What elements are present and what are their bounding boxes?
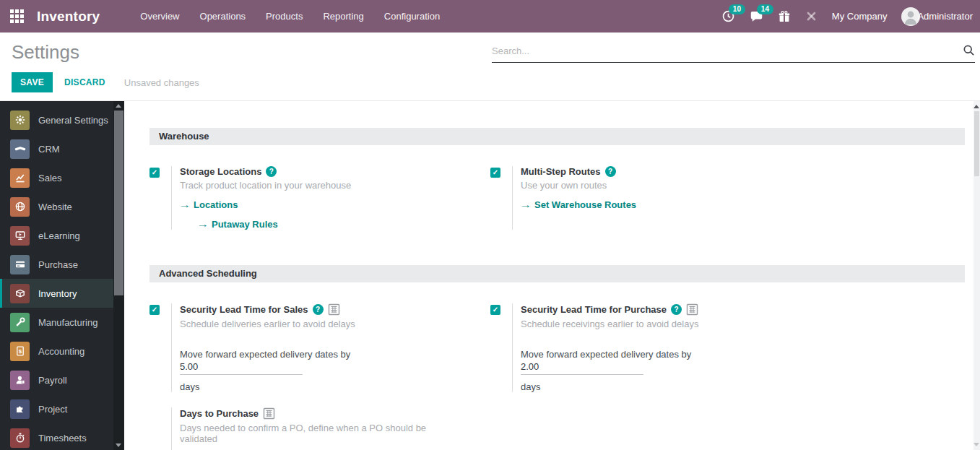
setting-description: Schedule deliveries earlier to avoid del…	[180, 319, 466, 329]
sidebar-item-general-settings[interactable]: General Settings	[0, 105, 113, 134]
help-icon[interactable]: ?	[266, 166, 277, 177]
security-sales-checkbox[interactable]	[149, 305, 160, 315]
help-icon[interactable]: ?	[605, 166, 616, 177]
sidebar-item-sales[interactable]: Sales	[0, 163, 113, 192]
field-prefix: Move forward expected delivery dates by	[521, 349, 691, 360]
credit-card-icon	[10, 255, 30, 274]
setting-label: Security Lead Time for Purchase ?	[521, 303, 807, 316]
app-brand[interactable]: Inventory	[37, 9, 100, 25]
sidebar-item-purchase[interactable]: Purchase	[0, 250, 113, 279]
help-icon[interactable]: ?	[671, 304, 682, 315]
scroll-down-icon[interactable]	[974, 443, 979, 446]
elearning-icon	[10, 226, 30, 246]
multi-step-routes-checkbox[interactable]	[490, 168, 500, 178]
sidebar-item-label: Website	[38, 202, 72, 212]
scroll-up-icon[interactable]	[116, 104, 121, 108]
activity-count-badge: 10	[729, 4, 745, 14]
setting-description: Track product location in your warehouse	[180, 180, 466, 191]
sidebar-item-label: Project	[38, 404, 67, 415]
nav-overview[interactable]: Overview	[140, 1, 179, 31]
putaway-rules-link[interactable]: →Putaway Rules	[198, 219, 466, 230]
locations-link[interactable]: →Locations	[180, 199, 466, 210]
sidebar-item-label: Sales	[38, 173, 62, 183]
arrow-right-icon: →	[178, 199, 191, 210]
scheduling-settings-row: Security Lead Time for Sales ? Schedule …	[149, 303, 965, 392]
storage-locations-checkbox[interactable]	[149, 168, 160, 178]
discard-button[interactable]: DISCARD	[64, 77, 105, 87]
topbar: Inventory Overview Operations Products R…	[0, 0, 980, 33]
sidebar-item-label: Timesheets	[38, 433, 87, 443]
days-to-purchase-content: Days to Purchase Days needed to confirm …	[171, 407, 490, 450]
message-count-badge: 14	[757, 4, 773, 14]
sidebar-scrollbar-thumb[interactable]	[114, 111, 123, 295]
user-name: Administrator	[917, 11, 973, 22]
setting-label: Multi-Step Routes ?	[521, 166, 807, 177]
main-scrollbar-thumb[interactable]	[974, 111, 979, 176]
help-icon[interactable]: ?	[313, 304, 324, 315]
sidebar-item-timesheets[interactable]: Timesheets	[0, 423, 113, 450]
security-lead-time-purchase-setting: Security Lead Time for Purchase ? Schedu…	[490, 303, 831, 392]
svg-text:$: $	[18, 348, 22, 355]
sidebar-item-label: General Settings	[38, 115, 108, 126]
sidebar-item-payroll[interactable]: Payroll	[0, 365, 113, 394]
sidebar-item-accounting[interactable]: $ Accounting	[0, 337, 113, 365]
puzzle-icon	[10, 399, 30, 419]
sales-chart-icon	[10, 168, 30, 188]
security-purchase-days-input[interactable]	[521, 360, 643, 375]
topbar-right: 10 14 My Company	[721, 7, 980, 26]
setting-label-text: Multi-Step Routes	[521, 166, 601, 177]
control-buttons: SAVE DISCARD Unsaved changes	[12, 72, 980, 92]
warehouse-settings-row: Storage Locations ? Track product locati…	[149, 166, 965, 230]
set-warehouse-routes-link[interactable]: →Set Warehouse Routes	[521, 199, 807, 210]
setting-description: Use your own routes	[521, 180, 807, 191]
sidebar-item-project[interactable]: Project	[0, 394, 113, 423]
messages-icon[interactable]: 14	[750, 9, 763, 23]
nav-configuration[interactable]: Configuration	[384, 1, 440, 31]
gear-icon	[10, 111, 30, 130]
multi-step-routes-content: Multi-Step Routes ? Use your own routes …	[512, 166, 831, 230]
user-menu[interactable]: Administrator	[901, 7, 973, 26]
handshake-icon	[10, 139, 30, 159]
days-to-purchase-setting: Days to Purchase Days needed to confirm …	[149, 407, 490, 450]
setting-label-text: Storage Locations	[180, 166, 261, 177]
sidebar-item-label: Inventory	[38, 288, 77, 299]
search-icon[interactable]	[963, 44, 975, 59]
wrench-icon	[10, 313, 30, 332]
security-purchase-field: Move forward expected delivery dates by	[521, 349, 807, 375]
sidebar-item-crm[interactable]: CRM	[0, 134, 113, 163]
scroll-down-icon[interactable]	[116, 443, 121, 447]
setting-description: Schedule receivings earlier to avoid del…	[521, 319, 807, 329]
sidebar-item-label: CRM	[38, 144, 60, 155]
arrow-right-icon: →	[196, 219, 209, 230]
save-button[interactable]: SAVE	[12, 72, 53, 92]
settings-main: Warehouse Storage Locations ? Track prod…	[124, 101, 974, 450]
sidebar-scrollbar[interactable]	[113, 101, 124, 450]
sidebar-item-label: eLearning	[38, 230, 80, 241]
sidebar-item-elearning[interactable]: eLearning	[0, 221, 113, 250]
payroll-person-icon	[10, 371, 30, 390]
control-panel: Settings SAVE DISCARD Unsaved changes	[0, 33, 980, 100]
scroll-up-icon[interactable]	[974, 105, 979, 108]
company-menu[interactable]: My Company	[832, 11, 888, 22]
main-scrollbar[interactable]	[974, 101, 980, 450]
security-sales-content: Security Lead Time for Sales ? Schedule …	[171, 303, 490, 392]
apps-grid-icon[interactable]	[10, 9, 25, 24]
tools-icon[interactable]	[805, 10, 818, 22]
security-purchase-checkbox[interactable]	[490, 305, 500, 315]
activity-clock-icon[interactable]: 10	[721, 9, 735, 23]
inventory-settings-screen: Inventory Overview Operations Products R…	[0, 0, 980, 450]
search-box	[492, 41, 975, 63]
section-header-advanced-scheduling: Advanced Scheduling	[149, 265, 965, 282]
sidebar-item-manufacturing[interactable]: Manufacturing	[0, 308, 113, 337]
gift-icon[interactable]	[778, 10, 791, 23]
enterprise-feature-icon	[328, 303, 340, 316]
nav-products[interactable]: Products	[266, 1, 303, 31]
setting-label: Security Lead Time for Sales ?	[180, 303, 466, 316]
sidebar-item-inventory[interactable]: Inventory	[0, 279, 113, 308]
sidebar-item-website[interactable]: Website	[0, 192, 113, 221]
nav-reporting[interactable]: Reporting	[323, 1, 363, 31]
nav-operations[interactable]: Operations	[200, 1, 246, 31]
security-sales-days-input[interactable]	[180, 360, 303, 375]
setting-label-text: Security Lead Time for Sales	[180, 304, 308, 315]
search-input[interactable]	[492, 41, 975, 63]
